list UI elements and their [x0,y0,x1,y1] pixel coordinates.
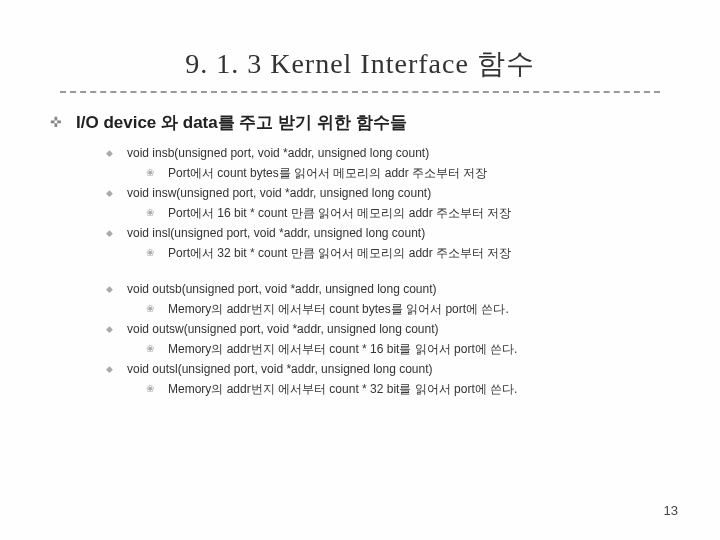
flower-icon: ❀ [146,247,154,258]
list-item: ❀ Port에서 count bytes를 읽어서 메모리의 addr 주소부터… [146,164,670,182]
diamond-icon: ◆ [106,228,113,238]
content-container: ◆ void insb(unsigned port, void *addr, u… [106,144,670,398]
diamond-icon: ◆ [106,284,113,294]
flower-icon: ❀ [146,167,154,178]
flower-icon: ❀ [146,207,154,218]
list-item: ◆ void insw(unsigned port, void *addr, u… [106,184,670,202]
page-number: 13 [664,503,678,518]
function-signature: void outsl(unsigned port, void *addr, un… [127,360,433,378]
list-item: ◆ void outsw(unsigned port, void *addr, … [106,320,670,338]
function-description: Port에서 16 bit * count 만큼 읽어서 메모리의 addr 주… [168,204,511,222]
diamond-icon: ◆ [106,364,113,374]
function-description: Memory의 addr번지 에서부터 count bytes를 읽어서 por… [168,300,509,318]
list-item: ❀ Memory의 addr번지 에서부터 count bytes를 읽어서 p… [146,300,670,318]
function-description: Port에서 count bytes를 읽어서 메모리의 addr 주소부터 저… [168,164,487,182]
list-item: ◆ void outsb(unsigned port, void *addr, … [106,280,670,298]
list-item: ❀ Memory의 addr번지 에서부터 count * 32 bit를 읽어… [146,380,670,398]
list-item: ❀ Port에서 32 bit * count 만큼 읽어서 메모리의 addr… [146,244,670,262]
list-item: ◆ void outsl(unsigned port, void *addr, … [106,360,670,378]
function-signature: void insl(unsigned port, void *addr, uns… [127,224,425,242]
group-spacer [106,264,670,280]
function-signature: void insw(unsigned port, void *addr, uns… [127,184,431,202]
function-description: Memory의 addr번지 에서부터 count * 32 bit를 읽어서 … [168,380,517,398]
list-item: ◆ void insl(unsigned port, void *addr, u… [106,224,670,242]
title-divider [60,91,660,93]
flower-icon: ❀ [146,383,154,394]
function-signature: void outsb(unsigned port, void *addr, un… [127,280,437,298]
list-item: ◆ void insb(unsigned port, void *addr, u… [106,144,670,162]
diamond-icon: ◆ [106,188,113,198]
heading-row: ✜ I/O device 와 data를 주고 받기 위한 함수들 [50,111,670,134]
function-description: Memory의 addr번지 에서부터 count * 16 bit를 읽어서 … [168,340,517,358]
function-description: Port에서 32 bit * count 만큼 읽어서 메모리의 addr 주… [168,244,511,262]
list-item: ❀ Memory의 addr번지 에서부터 count * 16 bit를 읽어… [146,340,670,358]
function-signature: void outsw(unsigned port, void *addr, un… [127,320,439,338]
diamond-icon: ◆ [106,148,113,158]
slide-container: 9. 1. 3 Kernel Interface 함수 ✜ I/O device… [0,0,720,540]
flower-icon: ❀ [146,303,154,314]
plus-icon: ✜ [50,114,62,130]
diamond-icon: ◆ [106,324,113,334]
list-item: ❀ Port에서 16 bit * count 만큼 읽어서 메모리의 addr… [146,204,670,222]
slide-title: 9. 1. 3 Kernel Interface 함수 [50,45,670,83]
flower-icon: ❀ [146,343,154,354]
function-signature: void insb(unsigned port, void *addr, uns… [127,144,429,162]
heading-text: I/O device 와 data를 주고 받기 위한 함수들 [76,111,407,134]
